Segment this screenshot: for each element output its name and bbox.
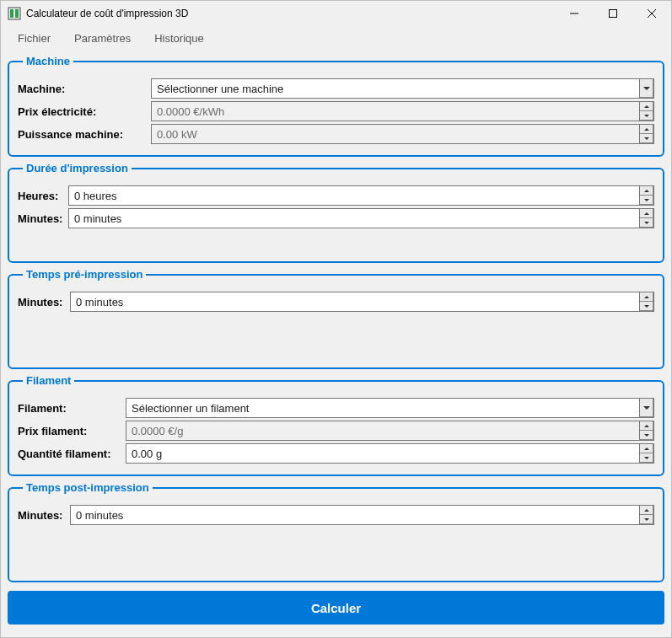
preprint-section: Temps pré-impression Minutes: 0 minutes	[8, 268, 664, 369]
chevron-up-icon	[640, 421, 653, 431]
chevron-down-icon	[640, 111, 653, 121]
postprint-section: Temps post-impression Minutes: 0 minutes	[8, 481, 664, 582]
filament-qty-label: Quantité filament:	[18, 448, 126, 460]
chevron-up-icon	[640, 125, 653, 134]
spin-buttons[interactable]	[639, 125, 653, 143]
hours-input[interactable]: 0 heures	[68, 185, 654, 206]
spin-buttons[interactable]	[639, 102, 653, 121]
filament-select[interactable]: Sélectionner un filament	[126, 398, 654, 418]
hours-value: 0 heures	[69, 190, 639, 202]
spin-buttons[interactable]	[639, 421, 653, 440]
chevron-down-icon	[639, 399, 653, 417]
machine-power-label: Puissance machine:	[18, 128, 151, 141]
svg-rect-2	[15, 9, 19, 18]
chevron-down-icon	[640, 431, 653, 440]
minutes-label: Minutes:	[18, 212, 68, 225]
chevron-down-icon	[639, 79, 653, 98]
chevron-down-icon	[640, 302, 653, 311]
spin-buttons[interactable]	[639, 444, 653, 463]
window-title: Calculateur de coût d'impression 3D	[26, 8, 188, 19]
preprint-minutes-value: 0 minutes	[71, 296, 639, 308]
machine-power-value: 0.00 kW	[152, 128, 639, 141]
electricity-price-value: 0.0000 €/kWh	[152, 105, 639, 118]
filament-legend: Filament	[23, 374, 74, 387]
titlebar: Calculateur de coût d'impression 3D	[1, 1, 671, 26]
menu-history[interactable]: Historique	[142, 29, 216, 48]
postprint-minutes-value: 0 minutes	[71, 509, 639, 522]
filament-qty-value: 0.00 g	[126, 448, 639, 460]
machine-legend: Machine	[23, 55, 73, 67]
chevron-up-icon	[640, 444, 653, 453]
electricity-price-input[interactable]: 0.0000 €/kWh	[151, 101, 654, 121]
menu-file[interactable]: Fichier	[6, 29, 62, 48]
app-window: Calculateur de coût d'impression 3D Fich…	[0, 0, 672, 638]
menu-settings[interactable]: Paramètres	[62, 29, 142, 48]
spin-buttons[interactable]	[639, 506, 653, 524]
preprint-legend: Temps pré-impression	[23, 268, 146, 281]
chevron-up-icon	[640, 292, 653, 302]
content-area: Machine Machine: Sélectionner une machin…	[1, 50, 671, 637]
filament-select-value: Sélectionner un filament	[126, 402, 639, 415]
close-button[interactable]	[632, 1, 671, 26]
chevron-up-icon	[640, 186, 653, 196]
minimize-button[interactable]	[555, 1, 594, 26]
machine-select[interactable]: Sélectionner une machine	[151, 78, 654, 99]
chevron-down-icon	[640, 196, 653, 205]
menubar: Fichier Paramètres Historique	[1, 26, 671, 50]
spin-buttons[interactable]	[639, 292, 653, 311]
preprint-minutes-input[interactable]: 0 minutes	[70, 292, 654, 312]
chevron-up-icon	[640, 506, 653, 515]
preprint-minutes-label: Minutes:	[18, 296, 70, 308]
electricity-price-label: Prix électricité:	[18, 105, 151, 118]
calculate-button[interactable]: Calculer	[8, 591, 664, 625]
duration-section: Durée d'impression Heures: 0 heures Minu…	[8, 162, 664, 263]
spin-buttons[interactable]	[639, 209, 653, 228]
chevron-down-icon	[640, 134, 653, 143]
duration-minutes-input[interactable]: 0 minutes	[68, 208, 654, 228]
chevron-down-icon	[640, 218, 653, 228]
duration-legend: Durée d'impression	[23, 162, 132, 174]
postprint-minutes-input[interactable]: 0 minutes	[70, 505, 654, 525]
machine-section: Machine Machine: Sélectionner une machin…	[8, 55, 664, 157]
machine-select-value: Sélectionner une machine	[152, 83, 639, 95]
filament-qty-input[interactable]: 0.00 g	[126, 443, 654, 464]
svg-rect-4	[610, 10, 617, 18]
postprint-minutes-label: Minutes:	[18, 509, 70, 522]
filament-price-input[interactable]: 0.0000 €/g	[126, 421, 654, 441]
duration-minutes-value: 0 minutes	[69, 212, 639, 225]
filament-label: Filament:	[18, 402, 126, 415]
chevron-up-icon	[640, 209, 653, 218]
chevron-down-icon	[640, 453, 653, 463]
machine-power-input[interactable]: 0.00 kW	[151, 124, 654, 144]
filament-section: Filament Filament: Sélectionner un filam…	[8, 374, 664, 476]
spin-buttons[interactable]	[639, 186, 653, 205]
filament-price-value: 0.0000 €/g	[126, 425, 639, 437]
svg-rect-1	[10, 9, 13, 18]
chevron-up-icon	[640, 102, 653, 111]
hours-label: Heures:	[18, 190, 68, 202]
maximize-button[interactable]	[594, 1, 632, 26]
app-icon	[8, 7, 21, 20]
postprint-legend: Temps post-impression	[23, 481, 153, 494]
filament-price-label: Prix filament:	[18, 425, 126, 437]
machine-label: Machine:	[18, 83, 151, 95]
chevron-down-icon	[640, 515, 653, 524]
